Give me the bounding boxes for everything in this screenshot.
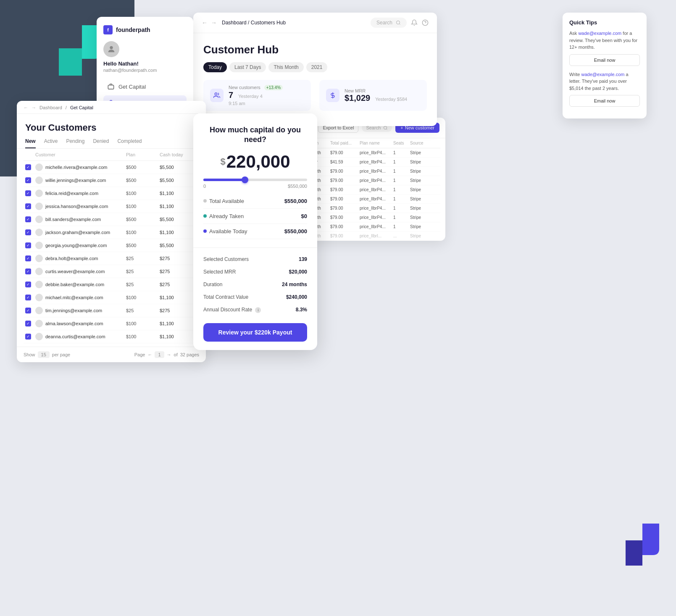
- available-today-label: Available Today: [209, 228, 247, 234]
- row-checkbox-0[interactable]: [25, 164, 31, 170]
- already-taken-label: Already Taken: [209, 213, 244, 219]
- search-placeholder: Search: [376, 20, 392, 26]
- current-page: 1: [155, 351, 164, 358]
- search-icon: [396, 20, 401, 25]
- yesterday-label-0: Yesterday: [238, 94, 259, 99]
- tab-active[interactable]: Active: [44, 138, 58, 148]
- sidebar-item-get-capital[interactable]: Get Capital: [103, 79, 187, 94]
- customers-header: Your Customers New Active Pending Denied…: [17, 114, 206, 149]
- customer-email-1: willie.jennings@example.com: [35, 176, 126, 184]
- tab-this-month[interactable]: This Month: [268, 62, 303, 72]
- plan-7: $25: [126, 256, 160, 261]
- tab-last7days[interactable]: Last 7 Days: [229, 62, 266, 72]
- tab-2021[interactable]: 2021: [306, 62, 328, 72]
- total-available-value: $550,000: [284, 198, 307, 204]
- page-info: Page ← 1 → of 32 pages: [134, 351, 199, 358]
- capital-icon: [108, 83, 114, 90]
- tip2-text: Write wade@example.com a letter. They've…: [569, 71, 640, 92]
- tab-new[interactable]: New: [25, 138, 36, 148]
- bell-icon[interactable]: [411, 19, 418, 26]
- slider-thumb[interactable]: [242, 176, 248, 183]
- avatar-6: [35, 242, 43, 249]
- row-checkbox-7[interactable]: [25, 255, 31, 261]
- tab-completed[interactable]: Completed: [117, 138, 142, 148]
- table-row: michelle.rivera@example.com $500 $5,500: [24, 161, 199, 174]
- slider-max: $550,000: [288, 184, 307, 189]
- row-checkbox-1[interactable]: [25, 177, 31, 183]
- cp-breadcrumb-home[interactable]: Dashboard: [39, 105, 62, 110]
- row-checkbox-5[interactable]: [25, 229, 31, 235]
- row-checkbox-13[interactable]: [25, 334, 31, 340]
- row-checkbox-3[interactable]: [25, 203, 31, 209]
- forward-arrow[interactable]: →: [211, 19, 218, 26]
- slider-container[interactable]: 0 $550,000: [203, 179, 307, 189]
- col-plan: Plan: [126, 152, 160, 157]
- customer-email-9: debbie.baker@example.com: [35, 281, 126, 288]
- dollar-icon: [329, 92, 336, 99]
- metric-mrr-info: New MRR $1,029 Yesterday $584: [345, 88, 407, 103]
- next-page-btn[interactable]: →: [167, 352, 171, 357]
- customer-email-13: deanna.curtis@example.com: [35, 333, 126, 340]
- customer-email-2: felicia.reid@example.com: [35, 190, 126, 197]
- avatar-icon: [107, 45, 116, 54]
- tip1-link[interactable]: wade@example.com: [578, 31, 621, 36]
- table-row: debbie.baker@example.com $25 $275: [24, 278, 199, 291]
- table-row: michael.mitc@example.com $100 $1,100: [24, 291, 199, 304]
- tip2-email-button[interactable]: Email now: [569, 95, 640, 107]
- slider-track: [203, 179, 307, 181]
- row-checkbox-2[interactable]: [25, 190, 31, 196]
- cp-forward-arrow[interactable]: →: [32, 105, 36, 110]
- metric-new-customers-info: New customers +13.4% 7 Yesterday 4 9:15 …: [229, 85, 283, 106]
- duration-label: Duration: [203, 282, 222, 287]
- plan-10: $100: [126, 295, 160, 300]
- tab-pending[interactable]: Pending: [66, 138, 84, 148]
- row-checkbox-11[interactable]: [25, 308, 31, 313]
- tip2-link[interactable]: wade@example.com: [581, 72, 625, 77]
- cash-1: $5,500: [160, 178, 197, 183]
- avatar-4: [35, 216, 43, 223]
- ct-row-4: Month $79.00 price_lIbrP4... 1 Stripe: [308, 185, 440, 195]
- help-icon[interactable]: [422, 19, 429, 26]
- row-checkbox-12[interactable]: [25, 321, 31, 326]
- capital-question: How much capital do you need?: [203, 125, 307, 145]
- selected-mrr-value: $20,000: [289, 269, 307, 275]
- cp-back-arrow[interactable]: ←: [24, 105, 28, 110]
- row-checkbox-9[interactable]: [25, 282, 31, 287]
- customers-title: Your Customers: [25, 122, 197, 133]
- plan-6: $500: [126, 243, 160, 248]
- row-checkbox-4[interactable]: [25, 216, 31, 222]
- breadcrumb: Dashboard / Customers Hub: [222, 20, 286, 26]
- tip1-email-button[interactable]: Email now: [569, 54, 640, 66]
- customer-hub-panel: ← → Dashboard / Customers Hub Search: [193, 13, 437, 126]
- prev-page-btn[interactable]: ←: [147, 352, 152, 357]
- cash-12: $1,100: [160, 321, 197, 326]
- cash-2: $1,100: [160, 191, 197, 196]
- header-icons: Search: [371, 18, 429, 28]
- cash-7: $275: [160, 256, 197, 261]
- table-header: Customer Plan Cash today: [24, 149, 199, 161]
- ct-row-7: Month $79.00 price_lIbrP4... 1 Stripe: [308, 213, 440, 222]
- search-bar[interactable]: Search: [371, 18, 407, 28]
- plan-3: $100: [126, 204, 160, 209]
- back-arrow[interactable]: ←: [202, 19, 208, 26]
- tab-today[interactable]: Today: [203, 62, 227, 72]
- customer-table-panel: Export to Excel Search + New customer Te…: [302, 118, 445, 241]
- col-source: Source: [410, 141, 431, 145]
- duration-value: 24 months: [282, 282, 307, 287]
- tab-denied[interactable]: Denied: [93, 138, 109, 148]
- review-payout-button[interactable]: Review your $220k Payout: [203, 323, 307, 342]
- ct-row-0: Month $79.00 price_lIbrP4... 1 Stripe: [308, 148, 440, 158]
- info-icon[interactable]: i: [255, 307, 261, 313]
- cash-3: $1,100: [160, 204, 197, 209]
- yesterday-value-1: $584: [397, 97, 407, 102]
- avatar-5: [35, 229, 43, 236]
- yesterday-label-1: Yesterday: [375, 97, 396, 102]
- table-row: jessica.hanson@example.com $100 $1,100: [24, 200, 199, 213]
- row-checkbox-10[interactable]: [25, 295, 31, 300]
- row-checkbox-6[interactable]: [25, 242, 31, 248]
- brand-header: f founderpath: [103, 25, 187, 34]
- teal-decorative-shape: [59, 25, 101, 76]
- cash-8: $275: [160, 269, 197, 274]
- row-checkbox-8[interactable]: [25, 269, 31, 274]
- breadcrumb-home[interactable]: Dashboard: [222, 20, 247, 26]
